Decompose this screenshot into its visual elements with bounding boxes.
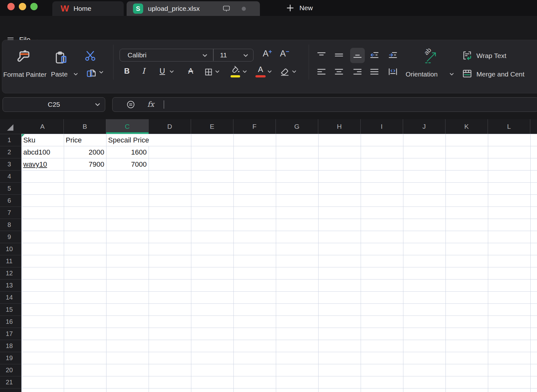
font-size-chevron[interactable] xyxy=(243,54,248,58)
row-header-5[interactable]: 5 xyxy=(0,182,18,194)
align-right-button[interactable] xyxy=(353,68,362,76)
fill-color-button[interactable] xyxy=(230,65,240,76)
clear-format-chevron[interactable] xyxy=(292,70,297,74)
underline-dropdown-chevron[interactable] xyxy=(169,70,174,74)
merge-center-button[interactable] xyxy=(462,68,473,80)
cut-button[interactable] xyxy=(84,50,96,63)
increase-font-size-button[interactable]: A+ xyxy=(263,49,272,59)
justify-button[interactable] xyxy=(370,68,379,76)
screen-share-icon[interactable] xyxy=(222,5,231,12)
decrease-font-size-button[interactable]: A− xyxy=(280,49,289,59)
cell-C3[interactable]: 7000 xyxy=(107,158,149,170)
column-header-C[interactable]: C xyxy=(106,119,149,134)
row-header-6[interactable]: 6 xyxy=(0,194,18,207)
column-header-G[interactable]: G xyxy=(276,119,318,134)
row-header-15[interactable]: 15 xyxy=(0,303,18,316)
row-header-8[interactable]: 8 xyxy=(0,219,18,231)
row-header-11[interactable]: 11 xyxy=(0,255,18,267)
name-box[interactable]: C25 xyxy=(3,97,105,112)
column-header-D[interactable]: D xyxy=(149,119,191,134)
underline-button[interactable]: U xyxy=(157,66,167,76)
column-header-F[interactable]: F xyxy=(233,119,276,134)
orientation-label[interactable]: Orientation xyxy=(406,70,438,78)
row-header-2[interactable]: 2 xyxy=(0,146,18,158)
row-header-16[interactable]: 16 xyxy=(0,316,18,328)
row-header-3[interactable]: 3 xyxy=(0,158,18,170)
row-header-21[interactable]: 21 xyxy=(0,376,18,388)
row-header-20[interactable]: 20 xyxy=(0,364,18,376)
clear-format-button[interactable] xyxy=(279,66,290,78)
fill-color-chevron[interactable] xyxy=(242,70,247,74)
wrap-text-label[interactable]: Wrap Text xyxy=(476,52,506,60)
column-header-I[interactable]: I xyxy=(361,119,403,134)
column-header-L[interactable]: L xyxy=(488,119,530,134)
font-name-select[interactable]: Calibri xyxy=(128,49,147,61)
row-header-9[interactable]: 9 xyxy=(0,231,18,243)
paste-dropdown-chevron[interactable] xyxy=(73,72,78,76)
merge-center-label[interactable]: Merge and Cent xyxy=(476,70,525,78)
tab-document[interactable]: S upload_price.xlsx xyxy=(127,1,260,16)
cell-B1[interactable]: Price xyxy=(64,134,106,146)
wrap-text-button[interactable] xyxy=(462,50,473,62)
copy-button[interactable] xyxy=(85,67,97,80)
paste-button[interactable] xyxy=(54,50,69,66)
select-all-corner-button[interactable] xyxy=(5,122,15,132)
bold-button[interactable]: B xyxy=(122,66,132,76)
formula-bar[interactable] xyxy=(112,97,537,112)
cell-C1[interactable]: Specail Price xyxy=(107,134,191,146)
minimize-window-button[interactable] xyxy=(19,3,26,10)
borders-button[interactable] xyxy=(204,67,213,78)
align-center-button[interactable] xyxy=(334,68,344,76)
align-left-button[interactable] xyxy=(317,68,326,76)
column-header-K[interactable]: K xyxy=(445,119,488,134)
increase-indent-button[interactable] xyxy=(388,51,398,59)
row-header-17[interactable]: 17 xyxy=(0,328,18,340)
row-header-1[interactable]: 1 xyxy=(0,134,18,146)
distributed-alignment-button[interactable] xyxy=(388,68,398,76)
column-header-J[interactable]: J xyxy=(403,119,445,134)
font-color-button[interactable]: A xyxy=(255,64,266,75)
row-header-4[interactable]: 4 xyxy=(0,170,18,182)
column-header-H[interactable]: H xyxy=(318,119,361,134)
row-header-18[interactable]: 18 xyxy=(0,340,18,352)
cell-B3[interactable]: 7900 xyxy=(64,158,106,170)
italic-button[interactable]: I xyxy=(139,66,148,76)
cell-A1[interactable]: Sku xyxy=(22,134,64,146)
formula-search-icon[interactable] xyxy=(126,100,135,109)
align-bottom-button[interactable] xyxy=(353,51,362,59)
align-middle-button[interactable] xyxy=(334,51,344,59)
name-box-chevron[interactable] xyxy=(95,103,100,107)
decrease-indent-button[interactable] xyxy=(370,51,379,59)
row-header-10[interactable]: 10 xyxy=(0,243,18,255)
orientation-chevron[interactable] xyxy=(449,72,454,76)
font-size-select[interactable]: 11 xyxy=(220,49,227,61)
copy-dropdown-chevron[interactable] xyxy=(99,70,104,74)
fullscreen-window-button[interactable] xyxy=(30,3,38,10)
format-painter-label[interactable]: Format Painter xyxy=(3,69,47,79)
cell-C2[interactable]: 1600 xyxy=(107,146,149,158)
row-header-22[interactable]: 22 xyxy=(0,388,18,392)
row-header-19[interactable]: 19 xyxy=(0,352,18,364)
cell-A2[interactable]: abcd100 xyxy=(22,146,64,158)
row-header-14[interactable]: 14 xyxy=(0,291,18,303)
close-window-button[interactable] xyxy=(7,3,15,10)
cell-A3[interactable]: wavy10 xyxy=(22,158,64,170)
tab-wps-home[interactable]: W Home xyxy=(52,1,124,16)
font-color-chevron[interactable] xyxy=(267,70,272,74)
row-header-12[interactable]: 12 xyxy=(0,267,18,279)
strikethrough-button[interactable]: A xyxy=(186,66,196,76)
borders-dropdown-chevron[interactable] xyxy=(215,70,220,74)
font-name-chevron[interactable] xyxy=(202,54,208,58)
row-header-13[interactable]: 13 xyxy=(0,279,18,291)
column-header-E[interactable]: E xyxy=(191,119,233,134)
format-painter-button[interactable] xyxy=(16,48,34,66)
column-header-partial[interactable] xyxy=(530,119,537,134)
column-header-A[interactable]: A xyxy=(21,119,64,134)
align-top-button[interactable] xyxy=(317,51,326,59)
column-header-B[interactable]: B xyxy=(64,119,106,134)
orientation-button[interactable]: ab xyxy=(422,45,442,64)
new-tab-button[interactable]: New xyxy=(286,0,313,16)
paste-label[interactable]: Paste xyxy=(47,70,72,78)
row-header-7[interactable]: 7 xyxy=(0,207,18,219)
cell-B2[interactable]: 2000 xyxy=(64,146,106,158)
